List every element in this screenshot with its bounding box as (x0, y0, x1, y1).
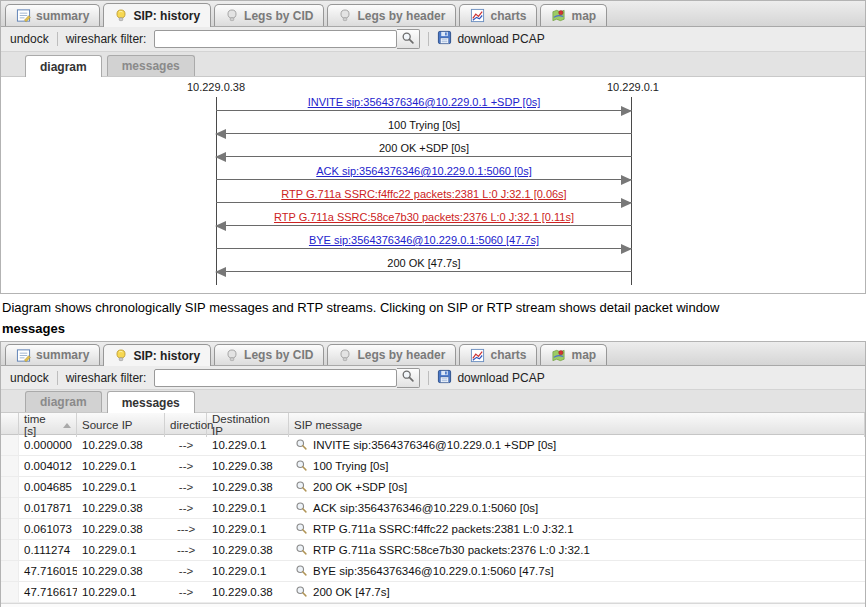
toolbar-divider (428, 32, 429, 46)
charts-icon (470, 348, 485, 363)
sip-message-text[interactable]: 200 OK +SDP [0s] (313, 481, 407, 493)
message-arrow-line (216, 133, 632, 134)
toolbar-divider (428, 371, 429, 385)
sip-message-cell: BYE sip:3564376346@10.229.0.1:5060 [47.7… (289, 564, 865, 579)
sip-message-text[interactable]: RTP G.711a SSRC:58ce7b30 packets:2376 L:… (313, 544, 590, 556)
source-ip-cell: 10.229.0.1 (77, 481, 165, 493)
sip-message-text[interactable]: RTP G.711a SSRC:f4ffc22 packets:2381 L:0… (313, 523, 574, 535)
sip-message-text[interactable]: INVITE sip:3564376346@10.229.0.1 +SDP [0… (313, 439, 556, 451)
download-pcap-button[interactable]: download PCAP (437, 369, 544, 387)
table-row[interactable]: 0.000000 10.229.0.38 --> 10.229.0.1 INVI… (1, 435, 865, 456)
undock-button[interactable]: undock (10, 32, 49, 46)
message-label[interactable]: 200 OK [47.7s] (216, 257, 632, 270)
tab-map[interactable]: map (540, 344, 607, 365)
direction-cell: --> (165, 502, 207, 514)
col-header-sip-message[interactable]: SIP message (289, 413, 865, 437)
wireshark-filter-input[interactable] (154, 30, 397, 48)
tab-sip-history[interactable]: SIP: history (103, 3, 211, 27)
toolbar-divider (57, 32, 58, 46)
magnifier-icon[interactable] (295, 438, 308, 453)
col-header-time[interactable]: time [s] (19, 413, 77, 437)
message-arrow-line (216, 271, 632, 272)
search-button[interactable] (397, 368, 420, 388)
tab-map[interactable]: map (540, 4, 607, 26)
message-label[interactable]: 200 OK +SDP [0s] (216, 142, 632, 155)
source-ip-cell: 10.229.0.1 (77, 544, 165, 556)
tab-legs-by-cid[interactable]: Legs by CID (214, 4, 324, 26)
message-label[interactable]: BYE sip:3564376346@10.229.0.1:5060 [47.7… (216, 234, 632, 247)
table-row[interactable]: 0.017871 10.229.0.38 --> 10.229.0.1 ACK … (1, 498, 865, 519)
table-row[interactable]: 0.004012 10.229.0.1 --> 10.229.0.38 100 … (1, 456, 865, 477)
col-header-source-ip[interactable]: Source IP (77, 413, 165, 437)
tab-legs-by-header[interactable]: Legs by header (327, 344, 456, 365)
table-row[interactable]: 47.716015 10.229.0.38 --> 10.229.0.1 BYE… (1, 561, 865, 582)
magnifier-icon[interactable] (295, 522, 308, 537)
message-arrow-line (216, 156, 632, 157)
destination-ip-cell: 10.229.0.1 (207, 565, 289, 577)
destination-ip-cell: 10.229.0.1 (207, 523, 289, 535)
tab-summary[interactable]: summary (5, 4, 100, 26)
sip-message-text[interactable]: 100 Trying [0s] (313, 460, 388, 472)
subtab-messages[interactable]: messages (107, 55, 195, 76)
download-pcap-button[interactable]: download PCAP (437, 30, 544, 48)
messages-table-header: time [s] Source IP direction Destination… (1, 413, 865, 435)
time-cell: 47.716617 (19, 586, 77, 598)
main-tab-bar: summary SIP: history Legs by CID Legs by… (1, 342, 865, 366)
time-cell: 0.000000 (19, 439, 77, 451)
source-ip-cell: 10.229.0.38 (77, 523, 165, 535)
tab-legs-by-cid[interactable]: Legs by CID (214, 344, 324, 365)
sub-tab-bar: diagram messages (1, 52, 865, 77)
col-header-direction[interactable]: direction (165, 413, 207, 437)
magnifier-icon (401, 369, 415, 386)
subtab-messages[interactable]: messages (107, 391, 195, 413)
diagram-message-row: ACK sip:3564376346@10.229.0.1:5060 [0s] (1, 158, 865, 181)
time-cell: 0.004012 (19, 460, 77, 472)
diagram-message-row: BYE sip:3564376346@10.229.0.1:5060 [47.7… (1, 227, 865, 250)
magnifier-icon[interactable] (295, 585, 308, 600)
sip-message-cell: RTP G.711a SSRC:f4ffc22 packets:2381 L:0… (289, 522, 865, 537)
diagram-messages: INVITE sip:3564376346@10.229.0.1 +SDP [0… (1, 89, 865, 273)
message-label[interactable]: 100 Trying [0s] (216, 119, 632, 132)
message-label[interactable]: INVITE sip:3564376346@10.229.0.1 +SDP [0… (216, 96, 632, 109)
tab-summary[interactable]: summary (5, 344, 100, 365)
subtab-diagram[interactable]: diagram (25, 55, 102, 77)
col-header-destination-ip[interactable]: Destination IP (207, 413, 289, 437)
wireshark-filter-input[interactable] (154, 369, 397, 387)
message-arrow-line (216, 248, 632, 249)
time-cell: 0.017871 (19, 502, 77, 514)
wireshark-filter-label: wireshark filter: (66, 371, 147, 385)
row-spacer (1, 540, 19, 560)
tab-sip-history[interactable]: SIP: history (103, 344, 211, 366)
table-row[interactable]: 47.716617 10.229.0.1 --> 10.229.0.38 200… (1, 582, 865, 603)
message-arrow-line (216, 202, 632, 203)
table-row[interactable]: 0.111274 10.229.0.1 ---> 10.229.0.38 RTP… (1, 540, 865, 561)
message-label[interactable]: RTP G.711a SSRC:58ce7b30 packets:2376 L:… (216, 211, 632, 224)
sip-message-cell: 100 Trying [0s] (289, 459, 865, 474)
lightbulb-icon (114, 8, 128, 23)
table-row[interactable]: 0.004685 10.229.0.1 --> 10.229.0.38 200 … (1, 477, 865, 498)
magnifier-icon[interactable] (295, 459, 308, 474)
magnifier-icon[interactable] (295, 480, 308, 495)
lightbulb-icon (338, 8, 352, 23)
magnifier-icon[interactable] (295, 564, 308, 579)
direction-cell: --> (165, 565, 207, 577)
tab-legs-by-header[interactable]: Legs by header (327, 4, 456, 26)
tab-charts[interactable]: charts (459, 344, 537, 365)
sip-message-text[interactable]: 200 OK [47.7s] (313, 586, 390, 598)
search-button[interactable] (397, 29, 420, 49)
magnifier-icon (401, 31, 415, 48)
message-label[interactable]: ACK sip:3564376346@10.229.0.1:5060 [0s] (216, 165, 632, 178)
magnifier-icon[interactable] (295, 501, 308, 516)
subtab-diagram[interactable]: diagram (25, 391, 102, 412)
sip-message-text[interactable]: BYE sip:3564376346@10.229.0.1:5060 [47.7… (313, 565, 554, 577)
table-row[interactable]: 0.061073 10.229.0.38 ---> 10.229.0.1 RTP… (1, 519, 865, 540)
magnifier-icon[interactable] (295, 543, 308, 558)
message-label[interactable]: RTP G.711a SSRC:f4ffc22 packets:2381 L:0… (216, 188, 632, 201)
filter-toolbar: undock wireshark filter: download PCAP (1, 366, 865, 390)
direction-cell: --> (165, 460, 207, 472)
sip-message-text[interactable]: ACK sip:3564376346@10.229.0.1:5060 [0s] (313, 502, 538, 514)
destination-ip-cell: 10.229.0.38 (207, 586, 289, 598)
lightbulb-icon (338, 348, 352, 363)
tab-charts[interactable]: charts (459, 4, 537, 26)
undock-button[interactable]: undock (10, 371, 49, 385)
